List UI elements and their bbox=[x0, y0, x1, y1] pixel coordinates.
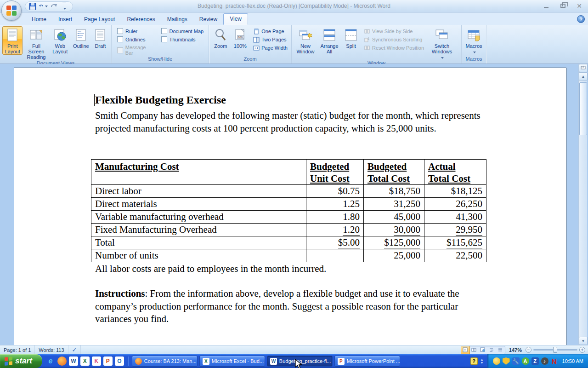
access-icon[interactable]: K bbox=[92, 356, 101, 366]
web-layout-button[interactable]: WebLayout bbox=[50, 26, 70, 55]
ruler-checkbox[interactable]: Ruler bbox=[117, 28, 155, 34]
zoom-slider-track[interactable] bbox=[533, 349, 577, 351]
switch-windows-button[interactable]: SwitchWindows bbox=[429, 26, 455, 60]
tab-review[interactable]: Review bbox=[193, 14, 223, 25]
help-icon[interactable]: ? bbox=[577, 15, 585, 23]
full-screen-reading-icon bbox=[28, 28, 44, 42]
word-count[interactable]: Words: 113 bbox=[35, 345, 68, 354]
arrange-all-icon bbox=[322, 28, 337, 42]
minimize-icon[interactable] bbox=[540, 2, 552, 9]
print-layout-icon bbox=[5, 28, 20, 42]
group-label-zoom: Zoom bbox=[209, 56, 291, 63]
tab-view[interactable]: View bbox=[223, 13, 248, 25]
internet-explorer-icon[interactable]: e bbox=[46, 356, 55, 366]
table-row: Number of units 25,000 22,500 bbox=[91, 249, 486, 262]
print-layout-label: Print bbox=[7, 43, 18, 49]
outlook-icon[interactable]: O bbox=[115, 356, 124, 366]
macros-button[interactable]: Macros bbox=[464, 26, 484, 55]
tab-references[interactable]: References bbox=[121, 14, 161, 25]
zoom-button[interactable]: Zoom bbox=[211, 26, 230, 49]
one-page-button[interactable]: One Page bbox=[253, 28, 288, 34]
page-indicator[interactable]: Page: 1 of 1 bbox=[0, 345, 35, 354]
powerpoint-icon[interactable]: P bbox=[103, 356, 113, 366]
group-label-show-hide: Show/Hide bbox=[112, 56, 209, 63]
shield-tray-icon[interactable] bbox=[503, 357, 510, 365]
zoom-slider[interactable]: − + bbox=[526, 347, 585, 353]
zoom-out-icon[interactable]: − bbox=[526, 347, 531, 353]
zoom-slider-thumb[interactable] bbox=[553, 347, 557, 353]
firefox-icon[interactable] bbox=[57, 356, 67, 366]
messenger-tray-icon[interactable] bbox=[493, 357, 500, 365]
question-mark-icon[interactable]: ? bbox=[470, 357, 478, 365]
table-header-row: Manufacturing Cost BudgetedUnit Cost Bud… bbox=[91, 160, 486, 185]
tab-page-layout[interactable]: Page Layout bbox=[78, 14, 121, 25]
group-label-macros: Macros bbox=[462, 56, 486, 63]
document-page[interactable]: Flexible Budgeting Exercise Smith Compan… bbox=[14, 68, 566, 345]
group-macros: Macros Macros bbox=[462, 25, 486, 63]
scroll-up-icon[interactable]: ▲ bbox=[579, 72, 588, 80]
vertical-scrollbar[interactable]: ▲ ▼ bbox=[578, 64, 587, 345]
table-row: Total $5.00 $125,000 $115,625 bbox=[91, 236, 486, 249]
split-icon bbox=[343, 28, 359, 42]
tab-insert[interactable]: Insert bbox=[52, 14, 78, 25]
view-side-by-side-icon bbox=[363, 28, 370, 34]
outline-view-icon[interactable] bbox=[487, 346, 496, 354]
toolbar-chevron-icon[interactable]: ▲▼ bbox=[481, 358, 484, 364]
zoom-100-button[interactable]: 100 100% bbox=[231, 26, 250, 49]
document-intro-paragraph: Smith Company has developed the followin… bbox=[95, 109, 486, 135]
split-button[interactable]: Split bbox=[342, 26, 360, 49]
switch-windows-icon bbox=[434, 28, 450, 42]
close-icon[interactable]: ✕ bbox=[573, 2, 585, 9]
macros-icon bbox=[466, 28, 482, 42]
view-shortcuts bbox=[461, 346, 505, 354]
full-screen-reading-button[interactable]: Full ScreenReading bbox=[23, 26, 49, 60]
excel-icon: X bbox=[203, 358, 209, 365]
outline-button[interactable]: Outline bbox=[71, 26, 91, 49]
reset-window-position-icon bbox=[363, 45, 370, 51]
volume-tray-icon[interactable]: ♪ bbox=[541, 357, 548, 365]
two-pages-button[interactable]: Two Pages bbox=[253, 36, 288, 43]
start-button[interactable]: start bbox=[0, 354, 42, 368]
excel-icon[interactable]: X bbox=[80, 356, 90, 366]
web-layout-view-icon[interactable] bbox=[479, 346, 487, 354]
word-icon[interactable]: W bbox=[69, 356, 78, 366]
chevron-down-icon bbox=[473, 52, 476, 53]
draft-button[interactable]: Draft bbox=[92, 26, 109, 49]
taskbar-item-powerpoint[interactable]: P Microsoft PowerPoint ... bbox=[334, 356, 400, 367]
full-screen-reading-view-icon[interactable] bbox=[470, 346, 479, 354]
utility-tray-icon[interactable]: 🔧 bbox=[512, 357, 520, 365]
print-layout-view-icon[interactable] bbox=[461, 346, 470, 354]
ruler-toggle-icon[interactable] bbox=[579, 64, 588, 72]
draft-view-icon[interactable] bbox=[496, 346, 505, 354]
tab-home[interactable]: Home bbox=[26, 14, 52, 25]
z-app-tray-icon[interactable]: Z bbox=[531, 357, 539, 365]
table-row: Fixed Manufacturing Overhead 1.20 30,000… bbox=[91, 224, 486, 236]
arrange-all-button[interactable]: ArrangeAll bbox=[318, 26, 341, 55]
group-document-views: PrintLayout Full ScreenReading WebLayout bbox=[0, 25, 112, 63]
clock[interactable]: 10:50 AM bbox=[562, 358, 583, 364]
scroll-down-icon[interactable]: ▼ bbox=[579, 337, 588, 345]
document-map-checkbox[interactable]: Document Map bbox=[161, 28, 204, 34]
new-window-button[interactable]: NewWindow bbox=[294, 26, 317, 55]
zoom-level[interactable]: 147% bbox=[507, 347, 524, 353]
norton-tray-icon[interactable]: N bbox=[551, 357, 558, 365]
office-button[interactable] bbox=[1, 0, 22, 21]
taskbar-item-excel[interactable]: X Microsoft Excel - Bud... bbox=[199, 356, 265, 367]
taskbar-item-firefox[interactable]: Course: BA 213: Man... bbox=[132, 356, 198, 367]
view-side-by-side-button: View Side by Side bbox=[363, 28, 427, 34]
proofing-status-icon[interactable]: ✓ bbox=[68, 345, 81, 354]
restore-icon[interactable] bbox=[557, 2, 569, 9]
page-width-icon bbox=[253, 45, 260, 51]
tab-mailings[interactable]: Mailings bbox=[161, 14, 193, 25]
group-show-hide: Ruler Gridlines Message Bar Document Map… bbox=[112, 25, 209, 63]
gridlines-checkbox[interactable]: Gridlines bbox=[117, 36, 155, 42]
print-layout-button[interactable]: PrintLayout bbox=[2, 26, 23, 55]
scrollbar-thumb[interactable] bbox=[579, 82, 587, 135]
document-note: All labor costs are paid to employees in… bbox=[95, 263, 326, 275]
window-title: Budgeting_practice-flex.doc (Read-Only) … bbox=[0, 3, 588, 9]
page-width-button[interactable]: Page Width bbox=[253, 45, 288, 51]
zoom-in-icon[interactable]: + bbox=[579, 347, 585, 353]
antivirus-tray-icon[interactable]: A bbox=[522, 357, 529, 365]
text-caret bbox=[94, 94, 95, 106]
thumbnails-checkbox[interactable]: Thumbnails bbox=[161, 36, 204, 42]
